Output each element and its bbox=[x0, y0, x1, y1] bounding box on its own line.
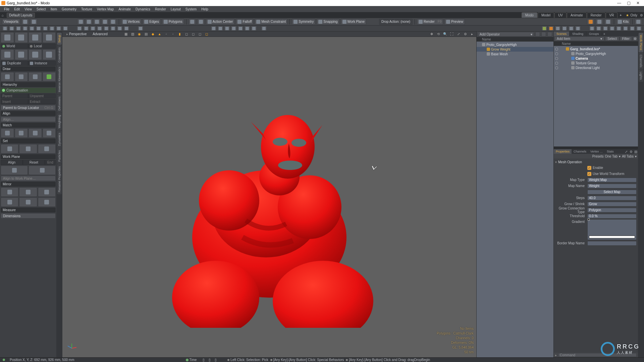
mirror-section[interactable]: Mirror bbox=[1, 182, 56, 187]
ctx-icon-8[interactable] bbox=[49, 26, 55, 31]
r-icon-8[interactable] bbox=[636, 26, 642, 31]
ops-layout-icon[interactable] bbox=[541, 32, 546, 37]
instance-button[interactable]: Instance bbox=[28, 61, 56, 66]
r-icon-4[interactable] bbox=[609, 26, 615, 31]
scene-tree[interactable]: Garg_bundled.lxo* Proto_GargoyleHigh Cam… bbox=[554, 46, 638, 146]
shade-mode-1-icon[interactable] bbox=[541, 26, 547, 31]
render-button[interactable]: Render F9 bbox=[417, 19, 443, 25]
vtab-deformers[interactable]: Deformers bbox=[57, 95, 62, 113]
draw-tool-1[interactable] bbox=[1, 72, 14, 81]
set-tool-2[interactable] bbox=[19, 144, 37, 154]
tab-vertex[interactable]: Vertex … bbox=[588, 149, 605, 154]
conn-type-field[interactable]: Polygon bbox=[587, 208, 637, 213]
vp-ctx-icon-4[interactable] bbox=[231, 26, 237, 31]
add-layout-button[interactable]: + bbox=[618, 12, 623, 18]
threshold-field[interactable]: 0.0 % bbox=[587, 214, 637, 219]
vp-opt-12-icon[interactable]: ◻ bbox=[198, 32, 202, 37]
ctx-icon-13[interactable] bbox=[90, 26, 96, 31]
border-map-field[interactable] bbox=[587, 241, 637, 246]
ops-gear-icon[interactable] bbox=[547, 32, 552, 37]
vp-nav-move-icon[interactable]: ✥ bbox=[429, 32, 434, 37]
tab-channels[interactable]: Channels bbox=[572, 149, 588, 154]
ctx-icon-3[interactable] bbox=[15, 26, 21, 31]
draw-tool-3[interactable] bbox=[29, 72, 42, 81]
ops-collapse-icon[interactable] bbox=[535, 32, 540, 37]
tab-shading[interactable]: Shading bbox=[570, 32, 586, 36]
grow-shrink-field[interactable]: Grow bbox=[587, 202, 637, 206]
time-icon-3[interactable]: ▯ bbox=[215, 358, 217, 362]
vp-opt-3-icon[interactable]: ◉ bbox=[137, 32, 142, 37]
hierarchy-section[interactable]: Hierarchy bbox=[1, 82, 56, 87]
close-button[interactable]: ✕ bbox=[633, 0, 643, 6]
scene-row-directional-light[interactable]: Directional Light bbox=[554, 65, 638, 70]
vp-opt-1-icon[interactable]: ▦ bbox=[124, 32, 128, 37]
layouts-dropdown[interactable]: Default Layouts bbox=[7, 13, 35, 18]
vp-opt-6-icon[interactable]: ▲ bbox=[157, 32, 162, 37]
shade-b-icon[interactable] bbox=[596, 19, 603, 25]
scene-row-texture-group[interactable]: Texture Group bbox=[554, 61, 638, 65]
rotate-axis-button[interactable] bbox=[15, 32, 28, 43]
tab-render[interactable]: Render bbox=[587, 12, 605, 18]
all-tabs-toggle[interactable]: All Tabs bbox=[622, 155, 634, 158]
section-mesh-operation[interactable]: ▾Mesh Operation bbox=[555, 159, 637, 165]
symmetry-dropdown[interactable]: Symmetry bbox=[292, 19, 315, 25]
menu-system[interactable]: System bbox=[183, 7, 199, 12]
menu-edit[interactable]: Edit bbox=[12, 7, 22, 12]
add-item-dropdown[interactable]: Add Item▾ bbox=[554, 37, 604, 41]
ctx-icon-2[interactable] bbox=[9, 26, 15, 31]
viewport-view-dropdown[interactable]: ▸Perspective bbox=[64, 32, 89, 36]
transform-tool-button[interactable] bbox=[101, 19, 109, 25]
menu-dynamics[interactable]: Dynamics bbox=[133, 7, 152, 12]
vtab-dynamics[interactable]: Dynamics bbox=[57, 131, 62, 148]
ctx-icon-19[interactable] bbox=[138, 26, 144, 31]
ctx-icon-1[interactable] bbox=[2, 26, 8, 31]
unparent-button[interactable]: Unparent bbox=[28, 94, 56, 99]
pivot-button[interactable] bbox=[15, 49, 28, 60]
mirror-tool-1[interactable] bbox=[1, 187, 18, 197]
ctx-icon-4[interactable] bbox=[22, 26, 28, 31]
ctx-icon-10[interactable] bbox=[62, 26, 68, 31]
draw-tool-4[interactable] bbox=[43, 72, 56, 81]
tab-uv[interactable]: UV bbox=[554, 12, 567, 18]
add-operator-dropdown[interactable]: Add Operator▾ bbox=[478, 32, 534, 37]
menu-file[interactable]: File bbox=[2, 7, 11, 12]
gear-icon[interactable]: ⚙ bbox=[639, 12, 644, 18]
vp-opt-4-icon[interactable]: ▤ bbox=[144, 32, 149, 37]
align-item-button[interactable]: Align… bbox=[1, 117, 56, 122]
ctx-icon-5[interactable] bbox=[29, 26, 35, 31]
action-center-dropdown[interactable]: Action Center bbox=[206, 19, 235, 25]
viewports-dropdown[interactable]: Viewports bbox=[2, 19, 20, 25]
snapping-dropdown[interactable]: Snapping bbox=[317, 19, 339, 25]
set-tool-3[interactable] bbox=[38, 144, 56, 154]
scene-row-camera[interactable]: Camera bbox=[554, 56, 638, 61]
menu-item[interactable]: Item bbox=[49, 7, 59, 12]
mirror-tool-3[interactable] bbox=[38, 187, 56, 197]
tab-properties[interactable]: Properties bbox=[554, 149, 572, 154]
tab-animate[interactable]: Animate bbox=[567, 12, 587, 18]
match-tool-4[interactable] bbox=[43, 128, 56, 138]
r-icon-6[interactable] bbox=[623, 26, 629, 31]
ctx-icon-12[interactable] bbox=[83, 26, 89, 31]
ctx-icon-7[interactable] bbox=[42, 26, 48, 31]
vp-opt-5-icon[interactable]: ◆ bbox=[151, 32, 155, 37]
match-tool-1[interactable] bbox=[1, 128, 14, 138]
prop-more-icon[interactable]: ▤ bbox=[633, 149, 638, 154]
vp-opt-2-icon[interactable]: ▧ bbox=[130, 32, 135, 37]
vp-nav-zoom-icon[interactable]: 🔍 bbox=[443, 32, 447, 37]
polygons-button[interactable]: Polygons bbox=[162, 19, 184, 25]
match-tool-2[interactable] bbox=[15, 128, 28, 138]
menu-texture[interactable]: Texture bbox=[79, 7, 94, 12]
viewport-layout-a-button[interactable] bbox=[21, 19, 29, 25]
command-input-right[interactable]: Command bbox=[558, 353, 637, 357]
menu-animate[interactable]: Animate bbox=[116, 7, 133, 12]
ops-node-root[interactable]: Proto_GargoyleHigh bbox=[477, 42, 553, 47]
vp-opt-10-icon[interactable]: ◻ bbox=[184, 32, 189, 37]
align-section[interactable]: Align bbox=[1, 111, 56, 116]
wp-end-button[interactable]: End bbox=[45, 160, 56, 165]
work-plane-dropdown[interactable]: Work Plane bbox=[341, 19, 367, 25]
shade-mode-2-icon[interactable] bbox=[548, 26, 554, 31]
r-icon-3[interactable] bbox=[602, 26, 608, 31]
vp-nav-fit-icon[interactable]: ⛶ bbox=[449, 32, 454, 37]
select-dropdown[interactable]: Select bbox=[605, 37, 619, 41]
scene-row-file[interactable]: Garg_bundled.lxo* bbox=[554, 47, 638, 51]
